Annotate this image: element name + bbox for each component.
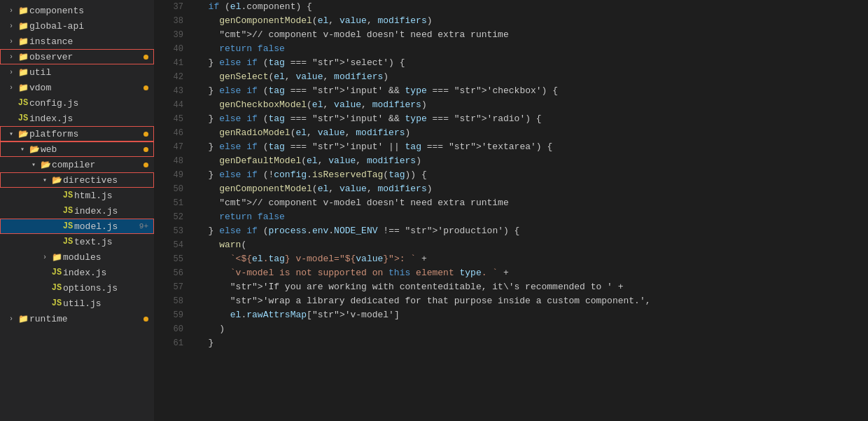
modified-dot bbox=[144, 317, 148, 322]
tree-item-label: index.js bbox=[63, 268, 148, 278]
code-line: } else if (tag === "str">'select') { bbox=[197, 56, 868, 70]
tree-item-index.js[interactable]: JSindex.js bbox=[0, 111, 154, 126]
code-line: if (el.component) { bbox=[197, 0, 868, 14]
folder-icon: 📁 bbox=[50, 252, 63, 263]
code-line: `<${el.tag} v-model="${value}">: ` + bbox=[197, 252, 868, 266]
tree-item-model.js[interactable]: JSmodel.js9+ bbox=[0, 219, 154, 234]
line-number: 42 bbox=[154, 70, 183, 84]
code-editor: 3738394041424344454647484950515253545556… bbox=[154, 0, 868, 421]
code-line: "str">'If you are working with contented… bbox=[197, 280, 868, 294]
folder-icon: 📁 bbox=[17, 314, 29, 324]
folder-icon: 📂 bbox=[17, 129, 29, 139]
tree-item-options.js[interactable]: JSoptions.js bbox=[0, 280, 154, 296]
tree-item-global-api[interactable]: ›📁global-api bbox=[0, 18, 154, 34]
tree-item-text.js[interactable]: JStext.js bbox=[0, 234, 154, 249]
line-number: 39 bbox=[154, 28, 183, 42]
line-number: 41 bbox=[154, 56, 183, 70]
tree-item-index2.js[interactable]: JSindex.js bbox=[0, 203, 154, 219]
tree-item-label: model.js bbox=[74, 221, 136, 232]
line-number: 53 bbox=[154, 224, 183, 238]
tree-item-instance[interactable]: ›📁instance bbox=[0, 34, 154, 49]
code-line: genComponentModel(el, value, modifiers) bbox=[197, 182, 868, 196]
modified-dot bbox=[144, 85, 148, 90]
tree-item-directives[interactable]: ▾📂directives bbox=[0, 172, 154, 188]
line-number: 43 bbox=[154, 84, 183, 98]
code-line: genRadioModel(el, value, modifiers) bbox=[197, 126, 868, 140]
line-number: 44 bbox=[154, 98, 183, 112]
modified-dot bbox=[144, 55, 148, 60]
tree-item-label: options.js bbox=[63, 283, 148, 294]
tree-item-label: index.js bbox=[74, 206, 148, 216]
code-line: genSelect(el, value, modifiers) bbox=[197, 70, 868, 84]
chevron-icon: ▾ bbox=[39, 176, 50, 184]
tree-item-index3.js[interactable]: JSindex.js bbox=[0, 265, 154, 280]
tree-item-platforms[interactable]: ▾📂platforms bbox=[0, 126, 154, 142]
chevron-icon: › bbox=[6, 84, 17, 92]
tree-item-label: modules bbox=[63, 252, 148, 263]
folder-icon: 📁 bbox=[17, 83, 29, 93]
file-tree: ›📁components›📁global-api›📁instance›📁obse… bbox=[0, 0, 154, 421]
tree-item-label: observer bbox=[29, 52, 141, 62]
modified-dot bbox=[144, 147, 148, 152]
tree-item-components[interactable]: ›📁components bbox=[0, 3, 154, 18]
line-number: 46 bbox=[154, 126, 183, 140]
line-number: 38 bbox=[154, 14, 183, 28]
code-line: genComponentModel(el, value, modifiers) bbox=[197, 14, 868, 28]
tree-item-util[interactable]: ›📁util bbox=[0, 64, 154, 80]
js-file-icon: JS bbox=[62, 221, 74, 231]
chevron-icon: › bbox=[6, 38, 17, 46]
code-line: genCheckboxModel(el, value, modifiers) bbox=[197, 98, 868, 112]
chevron-icon: › bbox=[6, 69, 17, 76]
js-file-icon: JS bbox=[62, 237, 74, 247]
tree-item-label: web bbox=[41, 144, 141, 155]
line-number: 45 bbox=[154, 112, 183, 126]
js-file-icon: JS bbox=[62, 191, 74, 200]
tree-item-compiler[interactable]: ▾📂compiler bbox=[0, 157, 154, 172]
line-number: 51 bbox=[154, 196, 183, 210]
tree-item-runtime[interactable]: ›📁runtime bbox=[0, 311, 154, 326]
modified-dot bbox=[144, 132, 148, 137]
line-number: 50 bbox=[154, 182, 183, 196]
line-number: 37 bbox=[154, 0, 183, 14]
line-number: 56 bbox=[154, 266, 183, 280]
js-file-icon: JS bbox=[17, 113, 29, 123]
line-number: 49 bbox=[154, 168, 183, 182]
line-number: 54 bbox=[154, 238, 183, 252]
tree-item-label: runtime bbox=[29, 314, 141, 324]
chevron-icon: ▾ bbox=[6, 130, 17, 138]
tree-item-label: platforms bbox=[29, 129, 141, 139]
tree-item-config.js[interactable]: JSconfig.js bbox=[0, 95, 154, 111]
js-file-icon: JS bbox=[62, 206, 74, 216]
code-line: `v-model is not supported on this elemen… bbox=[197, 266, 868, 280]
tree-item-label: directives bbox=[63, 175, 148, 186]
line-number: 59 bbox=[154, 308, 183, 322]
tree-item-observer[interactable]: ›📁observer bbox=[0, 49, 154, 64]
code-line: } else if (!config.isReservedTag(tag)) { bbox=[197, 168, 868, 182]
line-number: 58 bbox=[154, 294, 183, 308]
code-line: } else if (tag === "str">'input' || tag … bbox=[197, 140, 868, 154]
tree-item-modules[interactable]: ›📁modules bbox=[0, 249, 154, 265]
tree-item-label: util bbox=[29, 67, 148, 78]
js-file-icon: JS bbox=[17, 98, 29, 108]
code-line: "str">'wrap a library dedicated for that… bbox=[197, 294, 868, 308]
folder-icon: 📁 bbox=[17, 67, 29, 78]
folder-icon: 📁 bbox=[17, 6, 29, 16]
code-line: ) bbox=[197, 322, 868, 336]
folder-icon: 📂 bbox=[28, 144, 41, 155]
folder-icon: 📂 bbox=[39, 160, 52, 170]
js-file-icon: JS bbox=[50, 283, 63, 293]
tree-item-util2.js[interactable]: JSutil.js bbox=[0, 296, 154, 311]
tree-item-label: components bbox=[29, 6, 148, 16]
js-file-icon: JS bbox=[50, 298, 63, 308]
chevron-icon: › bbox=[6, 315, 17, 323]
tree-item-label: config.js bbox=[29, 98, 148, 109]
tree-item-html.js[interactable]: JShtml.js bbox=[0, 188, 154, 203]
folder-icon: 📁 bbox=[17, 21, 29, 32]
line-number: 47 bbox=[154, 140, 183, 154]
tree-item-label: html.js bbox=[74, 191, 148, 201]
folder-icon: 📁 bbox=[17, 52, 29, 62]
line-number: 60 bbox=[154, 322, 183, 336]
line-number: 48 bbox=[154, 154, 183, 168]
tree-item-vdom[interactable]: ›📁vdom bbox=[0, 80, 154, 95]
tree-item-web[interactable]: ▾📂web bbox=[0, 142, 154, 157]
